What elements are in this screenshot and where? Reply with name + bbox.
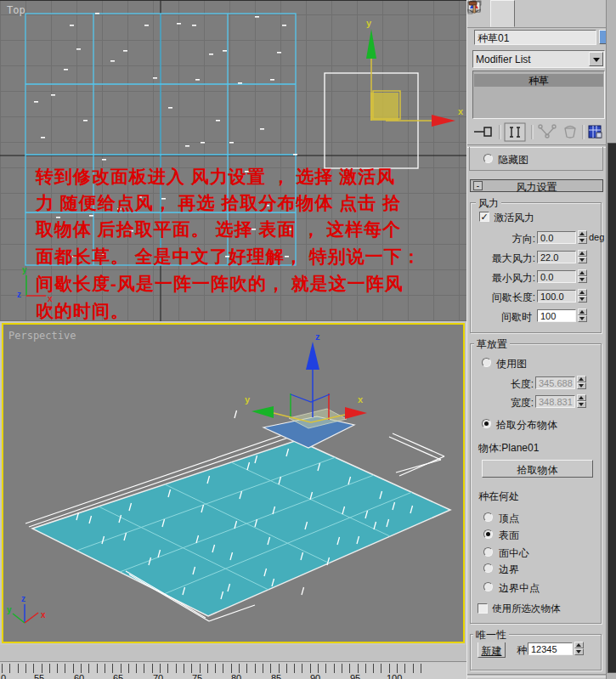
where-radio-surface[interactable] [483, 529, 493, 539]
length-spinner[interactable] [577, 376, 586, 389]
where-radio-edge-midpoint[interactable] [483, 582, 493, 591]
collapse-minus-icon[interactable]: - [473, 181, 483, 190]
configure-modifier-sets-icon[interactable] [589, 126, 602, 138]
wind-rollout-header[interactable]: - 风力设置 [470, 179, 603, 192]
viewport-top[interactable]: Top [0, 0, 466, 321]
move-gizmo[interactable]: z y x [245, 331, 367, 422]
min-wind-label: 最小风力: [476, 271, 535, 286]
gizmo-x-arrow[interactable] [345, 407, 367, 419]
remove-modifier-icon[interactable] [565, 127, 575, 139]
where-radio-edge[interactable] [483, 563, 493, 573]
ruler-tick [97, 664, 98, 673]
placement-group-label: 草放置 [474, 337, 510, 352]
grass-dash [177, 23, 181, 25]
time-ruler[interactable]: 0556065707580859095100 [0, 661, 466, 679]
grass-dash [168, 107, 172, 109]
gust-length-spinner[interactable] [578, 289, 587, 303]
grass-dash [89, 215, 93, 217]
ruler-tick [318, 664, 319, 673]
ruler-tick [413, 664, 414, 673]
min-wind-spinner[interactable] [578, 269, 587, 283]
tripod-z-label: z [17, 290, 21, 299]
where-to-plant-label: 种在何处 [478, 489, 519, 504]
grass-dash [289, 229, 293, 230]
gust-time-field[interactable]: 100 [537, 309, 576, 322]
modifier-stack[interactable]: 种草 [472, 71, 605, 119]
gust-length-field[interactable]: 100.0 [537, 290, 576, 303]
ruler-label: 65 [113, 673, 123, 679]
grass-plane[interactable] [32, 440, 450, 616]
tab-hierarchy[interactable] [515, 0, 538, 25]
viewport-perspective[interactable]: Perspective [0, 321, 466, 645]
use-subobject-checkbox[interactable] [478, 603, 488, 614]
where-radio-vertex[interactable] [483, 512, 493, 522]
min-wind-field[interactable]: 0.0 [537, 270, 576, 283]
tab-utilities[interactable] [583, 0, 606, 25]
new-seed-button[interactable]: 新建 [478, 642, 506, 658]
grass-dash [41, 137, 45, 139]
ruler-tick [365, 664, 366, 673]
max-wind-field[interactable]: 22.0 [537, 251, 576, 263]
tripod-z-label: z [21, 594, 25, 603]
tripod-x-label: x [48, 294, 53, 303]
gizmo-z-arrow[interactable] [306, 342, 319, 370]
seed-field[interactable]: 12345 [528, 642, 573, 655]
length-field[interactable]: 345.688 [535, 376, 575, 389]
make-unique-icon[interactable] [539, 125, 556, 138]
modifier-stack-item[interactable]: 种草 [474, 74, 603, 87]
ruler-tick [184, 664, 184, 673]
show-end-result-icon[interactable] [505, 123, 525, 141]
perspective-axis-tripod: z y x [7, 594, 46, 623]
hide-map-radio[interactable] [483, 154, 493, 163]
seed-label: 种 [517, 643, 527, 658]
chevron-down-icon[interactable] [589, 52, 603, 66]
ruler-tick [381, 664, 381, 673]
activate-wind-checkbox[interactable]: ✓ [479, 212, 489, 222]
gizmo-y-label: y [245, 394, 251, 405]
tripod-y-label: y [22, 265, 27, 274]
width-spinner[interactable] [577, 394, 586, 408]
ruler-tick [286, 664, 287, 673]
gust-time-spinner[interactable] [578, 308, 587, 322]
ruler-label: 100 [387, 673, 402, 679]
gizmo-x-arrow[interactable] [432, 115, 455, 127]
where-label-edge: 边界 [499, 563, 519, 577]
tab-display[interactable] [560, 0, 583, 25]
ruler-tick [389, 664, 390, 673]
grass-dash [123, 50, 127, 52]
where-radio-face-center[interactable] [483, 547, 493, 557]
ruler-label: 60 [74, 673, 84, 679]
use-map-radio[interactable] [482, 358, 491, 367]
tab-modify[interactable] [490, 0, 515, 27]
modifier-list-dropdown[interactable]: Modifier List [472, 50, 605, 68]
gizmo-y-arrow[interactable] [366, 29, 376, 59]
seed-spinner[interactable] [574, 642, 584, 655]
panel-scrollbar-thumb[interactable] [608, 143, 616, 673]
viewport-perspective-inner[interactable]: Perspective [2, 323, 465, 643]
grass-dash [153, 77, 157, 79]
panel-scrollbar[interactable] [606, 0, 616, 679]
grass-dash [195, 79, 200, 81]
direction-field[interactable]: 0.0 [537, 231, 576, 244]
ruler-tick [255, 664, 256, 673]
wind-gizmo-top[interactable]: y x [366, 18, 464, 127]
grass-dash [110, 60, 115, 62]
width-field[interactable]: 348.831 [535, 395, 575, 408]
ruler-tick [73, 664, 74, 673]
plane-wireframe[interactable] [25, 14, 296, 265]
viewport-top-label[interactable]: Top [7, 4, 25, 16]
pin-stack-icon[interactable] [474, 127, 491, 136]
grass-dash [251, 229, 256, 230]
pick-distribution-radio[interactable] [482, 419, 491, 428]
max-wind-spinner[interactable] [578, 250, 587, 263]
ruler-tick [421, 664, 421, 673]
object-name-field[interactable]: 种草01 [474, 30, 596, 45]
grass-blade [235, 410, 237, 418]
panel-bottom-divider [467, 674, 606, 677]
direction-spinner[interactable] [578, 230, 587, 244]
viewport-perspective-label[interactable]: Perspective [8, 330, 76, 342]
ruler-label: 80 [231, 673, 241, 679]
gizmo-y-arrow[interactable] [251, 406, 274, 418]
tab-motion[interactable] [537, 0, 560, 25]
pick-object-button[interactable]: 拾取物体 [482, 460, 593, 478]
